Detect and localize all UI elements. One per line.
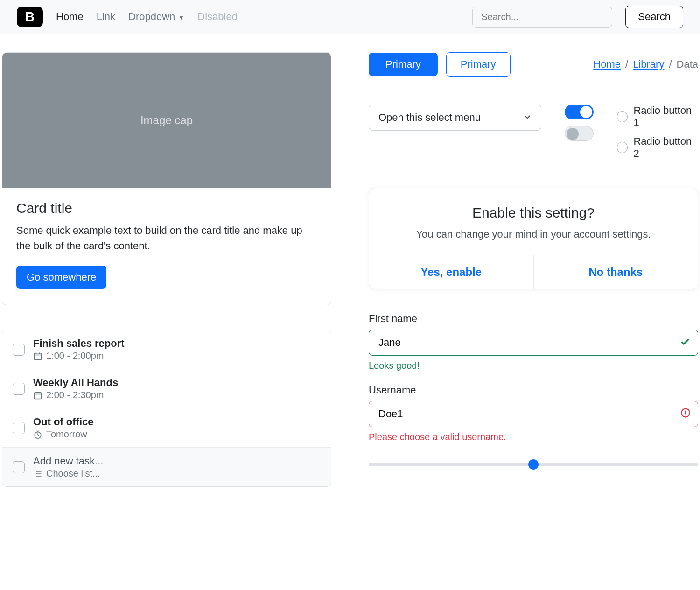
clock-icon xyxy=(33,430,42,439)
select-menu[interactable]: Open this select menu xyxy=(369,105,541,131)
breadcrumb-sep: / xyxy=(625,58,628,70)
task-meta: Tomorrow xyxy=(46,429,87,440)
range-slider[interactable] xyxy=(369,459,698,469)
search-input[interactable] xyxy=(472,7,612,28)
nav-dropdown-label: Dropdown xyxy=(128,11,175,22)
svg-rect-1 xyxy=(35,392,42,399)
task-checkbox[interactable] xyxy=(13,383,25,395)
chevron-down-icon xyxy=(523,112,532,124)
card-image-cap: Image cap xyxy=(2,53,331,188)
nav-dropdown[interactable]: Dropdown ▼ xyxy=(128,11,184,23)
task-row[interactable]: Finish sales report 1:00 - 2:00pm xyxy=(2,330,331,369)
radio-2[interactable]: Radio button 2 xyxy=(617,135,698,160)
dialog-title: Enable this setting? xyxy=(388,205,679,221)
radio-circle-icon xyxy=(617,111,628,122)
card-cta-button[interactable]: Go somewhere xyxy=(16,266,106,289)
radio-circle-icon xyxy=(617,142,628,153)
slider-thumb[interactable] xyxy=(528,459,539,470)
username-feedback: Please choose a valid username. xyxy=(369,432,698,442)
breadcrumb-library[interactable]: Library xyxy=(633,58,664,70)
search-button[interactable]: Search xyxy=(625,6,683,28)
username-label: Username xyxy=(369,384,698,396)
task-title: Finish sales report xyxy=(33,337,125,350)
task-list: Finish sales report 1:00 - 2:00pm Weekly… xyxy=(2,330,331,487)
nav-disabled: Disabled xyxy=(197,11,238,23)
navbar: B Home Link Dropdown ▼ Disabled Search xyxy=(0,0,700,34)
nav-link[interactable]: Link xyxy=(97,11,115,23)
dialog-no-button[interactable]: No thanks xyxy=(534,255,698,289)
check-icon xyxy=(679,336,691,349)
task-row-add[interactable]: Add new task... Choose list... xyxy=(2,448,331,486)
task-add-title: Add new task... xyxy=(33,455,103,467)
radio-label: Radio button 2 xyxy=(633,135,698,160)
task-row[interactable]: Out of office Tomorrow xyxy=(2,408,331,448)
dialog-text: You can change your mind in your account… xyxy=(388,227,679,242)
radio-1[interactable]: Radio button 1 xyxy=(617,105,698,129)
task-title: Weekly All Hands xyxy=(33,377,118,389)
toggle-switch-2[interactable] xyxy=(565,126,594,141)
task-checkbox[interactable] xyxy=(13,461,25,473)
caret-down-icon: ▼ xyxy=(178,14,184,21)
task-row[interactable]: Weekly All Hands 2:00 - 2:30pm xyxy=(2,369,331,408)
svg-point-4 xyxy=(685,414,686,415)
first-name-input[interactable] xyxy=(369,330,698,356)
username-field: Username Please choose a valid username. xyxy=(369,384,698,442)
primary-button[interactable]: Primary xyxy=(369,53,438,76)
username-input[interactable] xyxy=(369,401,698,427)
breadcrumb-current: Data xyxy=(677,58,698,70)
first-name-field: First name Looks good! xyxy=(369,313,698,371)
card-title: Card title xyxy=(16,200,317,216)
first-name-feedback: Looks good! xyxy=(369,360,698,371)
list-icon xyxy=(33,469,42,478)
first-name-label: First name xyxy=(369,313,698,325)
breadcrumb: Home / Library / Data xyxy=(593,58,698,70)
calendar-icon xyxy=(33,391,42,400)
radio-label: Radio button 1 xyxy=(633,105,698,129)
task-meta: 1:00 - 2:00pm xyxy=(46,351,104,361)
card-text: Some quick example text to build on the … xyxy=(16,223,317,253)
nav-home[interactable]: Home xyxy=(56,11,84,23)
brand-logo[interactable]: B xyxy=(17,7,43,27)
task-meta: 2:00 - 2:30pm xyxy=(46,390,104,400)
toggle-switch-1[interactable] xyxy=(565,105,594,119)
select-label: Open this select menu xyxy=(378,112,481,124)
error-icon xyxy=(680,407,691,420)
example-card: Image cap Card title Some quick example … xyxy=(2,52,331,305)
task-title: Out of office xyxy=(33,416,94,428)
task-add-meta: Choose list... xyxy=(46,468,100,479)
svg-rect-0 xyxy=(35,353,42,359)
confirm-dialog: Enable this setting? You can change your… xyxy=(369,188,698,289)
calendar-icon xyxy=(33,351,42,361)
task-checkbox[interactable] xyxy=(13,344,25,356)
breadcrumb-home[interactable]: Home xyxy=(593,58,621,70)
breadcrumb-sep: / xyxy=(669,58,672,70)
primary-outline-button[interactable]: Primary xyxy=(446,52,511,77)
dialog-yes-button[interactable]: Yes, enable xyxy=(369,255,534,289)
task-checkbox[interactable] xyxy=(13,422,25,434)
